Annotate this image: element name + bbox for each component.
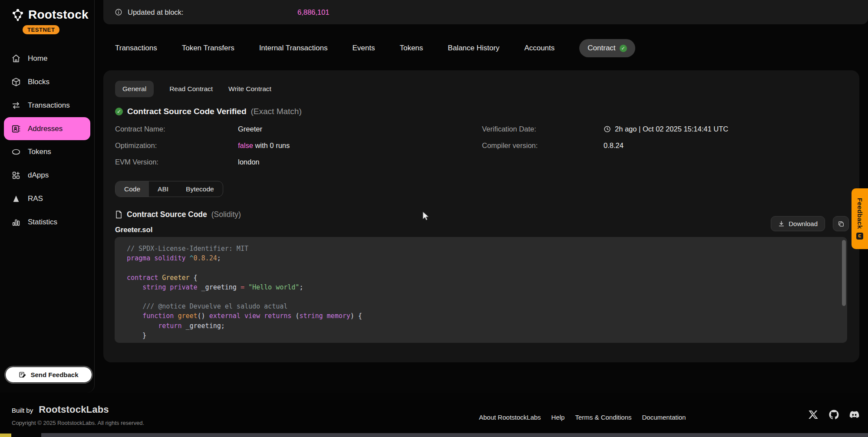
built-by-label: Built by xyxy=(12,407,33,414)
address-tabs: Transactions Token Transfers Internal Tr… xyxy=(115,36,635,60)
contract-details: Contract Name: Greeter Verification Date… xyxy=(115,125,728,166)
verified-heading: ✓ Contract Source Code Verified (Exact M… xyxy=(115,107,302,116)
source-code-heading: Contract Source Code (Solidity) xyxy=(115,210,241,219)
code-scrollbar[interactable] xyxy=(842,240,846,306)
compiler-version-label: Compiler version: xyxy=(482,141,604,150)
feedback-side-tab[interactable]: Feedback xyxy=(851,188,868,249)
sidebar: Rootstock TESTNET Home Blocks Transactio… xyxy=(0,0,95,393)
source-code-title: Contract Source Code xyxy=(127,210,207,219)
sidebar-item-blocks[interactable]: Blocks xyxy=(0,70,94,94)
sidebar-item-label: dApps xyxy=(28,171,49,180)
rootstock-logo-icon xyxy=(11,8,24,21)
verification-date-value: 2h ago | Oct 02 2025 15:14:41 UTC xyxy=(604,125,728,133)
sidebar-item-label: Transactions xyxy=(28,101,70,110)
sidebar-item-dapps[interactable]: dApps xyxy=(0,164,94,187)
copy-code-button[interactable] xyxy=(833,216,849,231)
discord-icon[interactable] xyxy=(849,410,859,420)
triangle-icon xyxy=(11,194,21,204)
footer-link-documentation[interactable]: Documentation xyxy=(642,414,686,421)
subtab-read-contract[interactable]: Read Contract xyxy=(169,85,213,93)
verification-date-label: Verification Date: xyxy=(482,125,604,133)
block-number-link[interactable]: 6,886,101 xyxy=(297,8,329,16)
horizontal-scrollbar[interactable] xyxy=(41,433,868,437)
clock-icon xyxy=(604,125,611,133)
tab-tokens[interactable]: Tokens xyxy=(399,44,423,53)
segment-abi[interactable]: ABI xyxy=(149,181,177,197)
tab-internal-transactions[interactable]: Internal Transactions xyxy=(259,44,328,53)
footer-link-about[interactable]: About RootstockLabs xyxy=(479,414,541,421)
updated-block-bar: Updated at block: 6,886,101 xyxy=(103,0,868,24)
download-button[interactable]: Download xyxy=(771,216,825,231)
code-view-switch: Code ABI Bytecode xyxy=(115,181,223,197)
copy-icon xyxy=(838,220,845,227)
sidebar-item-label: Tokens xyxy=(28,148,51,156)
cube-icon xyxy=(11,77,21,87)
home-icon xyxy=(11,54,21,63)
optimization-value: false with 0 runs xyxy=(238,141,482,150)
scrollbar-corner xyxy=(0,434,11,437)
info-icon xyxy=(115,8,122,16)
sidebar-item-label: Home xyxy=(28,54,47,63)
document-icon xyxy=(115,210,122,219)
tab-contract[interactable]: Contract ✓ xyxy=(579,39,635,57)
send-feedback-button[interactable]: Send Feedback xyxy=(5,367,92,383)
tab-transactions[interactable]: Transactions xyxy=(115,44,157,53)
copyright-text: Copyright © 2025 RootstockLabs. All righ… xyxy=(12,420,144,426)
tab-events[interactable]: Events xyxy=(352,44,375,53)
sidebar-item-tokens[interactable]: Tokens xyxy=(0,140,94,164)
subtab-write-contract[interactable]: Write Contract xyxy=(228,85,271,93)
contract-panel: General Read Contract Write Contract ✓ C… xyxy=(103,70,859,362)
contract-name-label: Contract Name: xyxy=(115,125,238,133)
sidebar-item-label: Blocks xyxy=(28,78,50,86)
tab-contract-label: Contract xyxy=(587,44,615,53)
social-links xyxy=(809,410,859,420)
segment-bytecode[interactable]: Bytecode xyxy=(177,181,223,197)
rootstocklabs-link[interactable]: RootstockLabs xyxy=(39,404,109,415)
send-feedback-label: Send Feedback xyxy=(30,371,78,378)
bar-chart-icon xyxy=(11,217,21,227)
contract-name-value: Greeter xyxy=(238,125,482,133)
verified-check-icon: ✓ xyxy=(115,108,123,115)
tab-accounts[interactable]: Accounts xyxy=(524,44,554,53)
evm-version-value: london xyxy=(238,158,482,166)
sidebar-item-home[interactable]: Home xyxy=(0,47,94,70)
pencil-note-icon xyxy=(19,371,26,378)
download-label: Download xyxy=(789,220,818,227)
sidebar-item-transactions[interactable]: Transactions xyxy=(0,94,94,117)
sidebar-item-addresses[interactable]: Addresses xyxy=(4,117,90,140)
source-file-name: Greeter.sol xyxy=(115,226,152,234)
brand-name: Rootstock xyxy=(28,8,89,22)
source-code-viewer[interactable]: // SPDX-License-Identifier: MITpragma so… xyxy=(115,237,847,343)
subtab-general[interactable]: General xyxy=(115,81,154,97)
source-code-text: // SPDX-License-Identifier: MITpragma so… xyxy=(115,237,847,340)
sidebar-item-label: Addresses xyxy=(28,125,63,133)
verified-title: Contract Source Code Verified xyxy=(127,107,247,116)
sidebar-item-label: RAS xyxy=(28,194,43,203)
tab-balance-history[interactable]: Balance History xyxy=(448,44,499,53)
feedback-logo-icon xyxy=(856,233,863,240)
footer-link-terms[interactable]: Terms & Conditions xyxy=(575,414,631,421)
segment-code[interactable]: Code xyxy=(116,181,149,197)
evm-version-label: EVM Version: xyxy=(115,158,238,166)
coin-icon xyxy=(11,147,21,157)
sidebar-item-label: Statistics xyxy=(28,218,57,227)
compiler-version-value: 0.8.24 xyxy=(604,141,728,150)
feedback-tab-label: Feedback xyxy=(856,198,864,229)
sidebar-item-statistics[interactable]: Statistics xyxy=(0,210,94,234)
footer-link-help[interactable]: Help xyxy=(551,414,565,421)
contract-subtabs: General Read Contract Write Contract xyxy=(115,81,271,97)
x-twitter-icon[interactable] xyxy=(809,410,818,420)
github-icon[interactable] xyxy=(829,410,839,420)
logo-area[interactable]: Rootstock TESTNET xyxy=(0,0,94,34)
testnet-badge: TESTNET xyxy=(23,25,59,34)
updated-at-block-label: Updated at block: xyxy=(128,8,183,16)
optimization-label: Optimization: xyxy=(115,141,238,150)
sidebar-item-ras[interactable]: RAS xyxy=(0,187,94,210)
contact-card-icon xyxy=(11,124,21,134)
source-code-language: (Solidity) xyxy=(211,210,241,219)
verified-check-icon: ✓ xyxy=(620,45,627,52)
apps-grid-icon xyxy=(11,171,21,180)
tab-token-transfers[interactable]: Token Transfers xyxy=(182,44,234,53)
footer: Built by RootstockLabs Copyright © 2025 … xyxy=(0,393,868,433)
footer-links: About RootstockLabs Help Terms & Conditi… xyxy=(479,414,686,421)
